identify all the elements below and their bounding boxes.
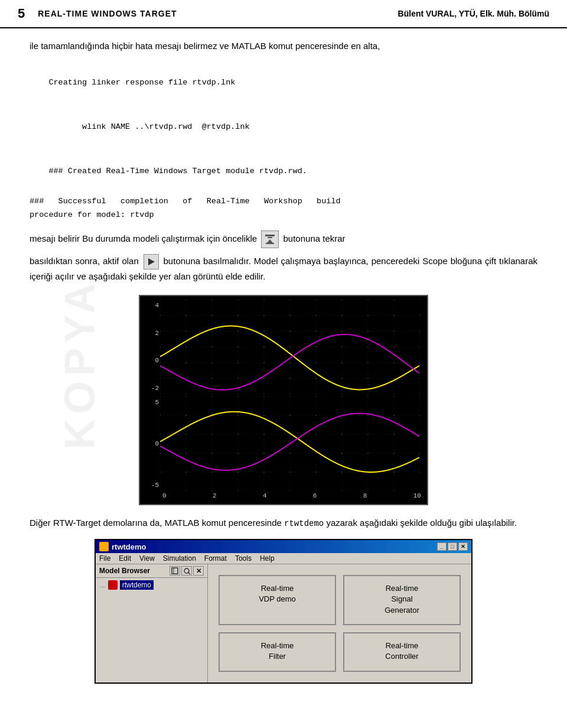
- build-line: ### Successful completion of Real-Time W…: [30, 195, 537, 222]
- y-label-neg5: -5: [145, 482, 159, 489]
- titlebar-buttons[interactable]: _ □ ✕: [437, 542, 468, 551]
- y-label-neg2: -2: [145, 385, 159, 392]
- x-label-10: 10: [413, 492, 421, 499]
- code-line2: wlink NAME ..\rtvdp.rwd @rtvdp.lnk: [30, 107, 537, 148]
- menu-simulation[interactable]: Simulation: [163, 554, 196, 563]
- header-left-text: REAL-TIME WINDOWS TARGET: [38, 9, 177, 18]
- x-label-4: 4: [263, 492, 267, 499]
- svg-marker-2: [267, 239, 273, 243]
- x-label-0: 0: [162, 492, 167, 499]
- titlebar-title: rtwtdemo: [112, 542, 146, 551]
- tree-dots: ......: [99, 582, 106, 589]
- rtwtdemo-titlebar: rtwtdemo _ □ ✕: [96, 540, 471, 553]
- mb-btn-2[interactable]: [181, 566, 192, 576]
- y-label-4: 4: [145, 302, 159, 309]
- y-label-0: 0: [145, 357, 159, 364]
- menu-view[interactable]: View: [139, 554, 155, 563]
- demo-buttons-panel: Real-timeVDP demo Real-timeSignalGenerat…: [208, 564, 471, 682]
- svg-rect-0: [265, 235, 275, 236]
- tree-label[interactable]: rtwtdemo: [120, 580, 154, 590]
- mb-toolbar: ✕: [170, 566, 204, 576]
- demo-btn-signal-generator[interactable]: Real-timeSignalGenerator: [343, 575, 461, 625]
- demo-btn-vdp[interactable]: Real-timeVDP demo: [219, 575, 336, 625]
- minimize-button[interactable]: _: [437, 542, 447, 551]
- model-browser-panel: Model Browser ✕ .: [96, 564, 208, 682]
- page-header: 5 REAL-TIME WINDOWS TARGET Bülent VURAL,…: [0, 0, 567, 28]
- svg-line-8: [188, 573, 190, 574]
- tree-app-icon: [108, 580, 118, 590]
- tree-item-rtwtdemo[interactable]: ...... rtwtdemo: [99, 580, 204, 590]
- restore-button[interactable]: □: [448, 542, 457, 551]
- paragraph-icons: mesajı belirir Bu durumda modeli çalıştı…: [30, 230, 537, 248]
- page-number: 5: [18, 6, 25, 21]
- menu-edit[interactable]: Edit: [119, 554, 131, 563]
- mb-btn-1[interactable]: [170, 566, 180, 576]
- intro-paragraph: ile tamamlandığında hiçbir hata mesajı b…: [30, 39, 537, 53]
- svg-rect-1: [268, 237, 272, 238]
- svg-point-7: [184, 568, 189, 573]
- paragraph-play: basıldıktan sonra, aktif olan butonuna b…: [30, 254, 537, 284]
- play-icon: [144, 254, 159, 269]
- x-label-8: 8: [363, 492, 367, 499]
- titlebar-left: rtwtdemo: [99, 542, 146, 551]
- rtwtdemo-code: rtwtdemo: [284, 519, 324, 528]
- header-right-text: Bülent VURAL, YTÜ, Elk. Müh. Bölümü: [398, 9, 549, 18]
- menu-format[interactable]: Format: [204, 554, 227, 563]
- scope-container: 4 2 0 -2 5 0 -5: [30, 295, 537, 505]
- svg-marker-4: [148, 258, 155, 265]
- x-label-6: 6: [313, 492, 317, 499]
- rtwtdemo-menubar: File Edit View Simulation Format Tools H…: [96, 553, 471, 564]
- model-browser-tree: ...... rtwtdemo: [96, 578, 207, 592]
- svg-rect-5: [172, 568, 178, 574]
- rtwtdemo-body: Model Browser ✕ .: [96, 564, 471, 682]
- code-line3: ### Created Real-Time Windows Target mod…: [30, 151, 537, 192]
- svg-rect-3: [266, 243, 274, 244]
- menu-file[interactable]: File: [99, 554, 110, 563]
- model-browser-label: Model Browser: [99, 567, 150, 575]
- menu-tools[interactable]: Tools: [235, 554, 252, 563]
- menu-help[interactable]: Help: [260, 554, 275, 563]
- y-label-b0: 0: [145, 440, 159, 447]
- main-content: ile tamamlandığında hiçbir hata mesajı b…: [0, 28, 567, 696]
- mb-btn-close[interactable]: ✕: [193, 566, 204, 576]
- code-block: Creating linker response file rtvdp.lnk: [30, 63, 537, 103]
- rtwtdemo-window: rtwtdemo _ □ ✕ File Edit View Simulation…: [94, 539, 472, 684]
- scope-top-canvas: [160, 300, 420, 394]
- titlebar-app-icon: [99, 542, 109, 551]
- demo-btn-filter[interactable]: Real-timeFilter: [219, 632, 336, 672]
- y-label-2: 2: [145, 330, 159, 337]
- x-label-2: 2: [213, 492, 217, 499]
- scope-window: 4 2 0 -2 5 0 -5: [139, 295, 428, 505]
- model-browser-header: Model Browser ✕: [96, 564, 207, 578]
- bottom-text: Diğer RTW-Target demolarına da, MATLAB k…: [30, 516, 537, 531]
- y-label-5: 5: [145, 399, 159, 406]
- toolbar-icon: [261, 230, 279, 248]
- demo-btn-controller[interactable]: Real-timeController: [343, 632, 461, 672]
- close-button[interactable]: ✕: [458, 542, 468, 551]
- scope-bottom-canvas: [160, 396, 420, 491]
